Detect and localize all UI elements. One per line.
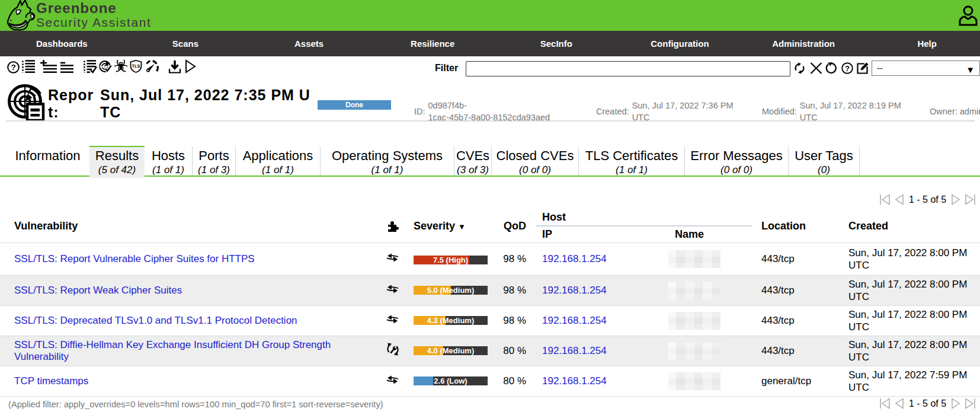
svg-text:TLS: TLS bbox=[132, 63, 140, 69]
svg-text:?: ? bbox=[11, 63, 15, 72]
svg-text:?: ? bbox=[845, 65, 850, 73]
